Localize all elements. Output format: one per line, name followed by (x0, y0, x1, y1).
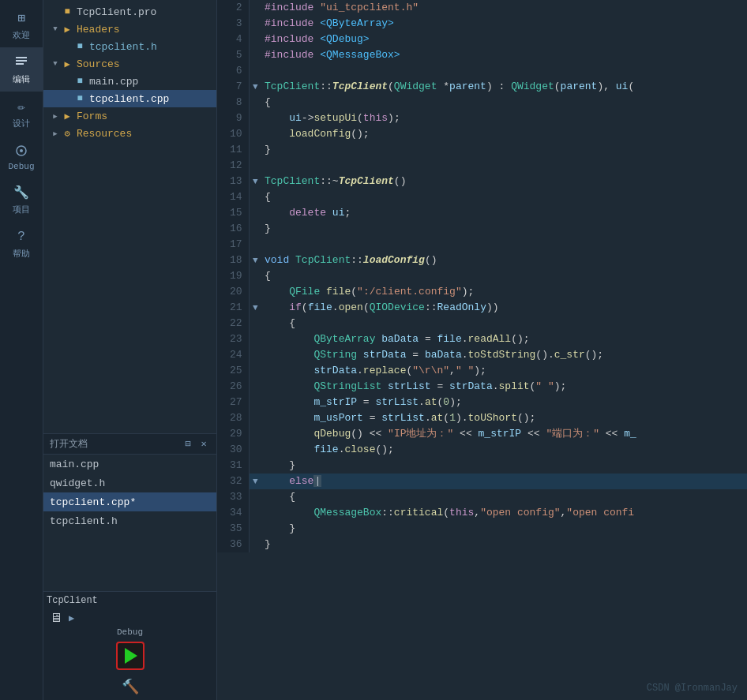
line-22: 22 { (217, 316, 747, 331)
device-name-label: TcpClient (47, 595, 98, 606)
tree-item-tcpclient-h[interactable]: ■ tcpclient.h (43, 38, 216, 55)
line-6: 6 (217, 63, 747, 79)
run-button-container (43, 638, 216, 673)
line-3: 3 #include <QByteArray> (217, 16, 747, 32)
tree-arrow-pro (50, 6, 61, 17)
line-5: 5 #include <QMessageBox> (217, 47, 747, 63)
open-file-main-cpp[interactable]: main.cpp (43, 455, 216, 474)
close-all-button[interactable]: ✕ (197, 438, 210, 451)
line-35: 35 } (217, 521, 747, 537)
line-14: 14 { (217, 189, 747, 205)
code-editor[interactable]: 2 #include "ui_tcpclient.h" 3 #include <… (217, 0, 747, 700)
open-file-tcpclient-cpp[interactable]: tcpclient.cpp* (43, 492, 216, 511)
svg-rect-1 (16, 60, 27, 62)
tree-arrow-headers: ▼ (50, 24, 61, 35)
tree-arrow-forms: ▶ (50, 110, 61, 122)
line-36: 36 } (217, 537, 747, 552)
bottom-status: TcpClient 🖥 ▶ Debug 🔨 (43, 591, 216, 700)
sidebar: ⊞ 欢迎 编辑 ✏ 设计 Debug 🔧 项目 ? 帮助 (0, 0, 43, 700)
file-tree-panel: ■ TcpClient.pro ▼ ▶ Headers ■ tcpclient.… (43, 0, 217, 700)
help-icon: ? (13, 228, 30, 245)
open-file-tcpclient-h[interactable]: tcpclient.h (43, 511, 216, 530)
project-icon: 🔧 (13, 184, 30, 201)
open-files-panel: 打开文档 ⊟ ✕ main.cpp qwidget.h tcpclient.cp… (43, 433, 216, 591)
line-24: 24 QString strData = baData.toStdString(… (217, 347, 747, 363)
svg-rect-0 (16, 57, 27, 58)
tree-item-main-cpp[interactable]: ■ main.cpp (43, 73, 216, 90)
header-file-icon: ■ (73, 40, 86, 53)
build-icon: 🔨 (122, 678, 139, 695)
sidebar-item-project[interactable]: 🔧 项目 (0, 178, 43, 222)
sidebar-item-design[interactable]: ✏ 设计 (0, 92, 43, 136)
sidebar-item-edit[interactable]: 编辑 (0, 47, 43, 92)
line-18: 18 ▼ void TcpClient::loadConfig() (217, 253, 747, 268)
line-16: 16 } (217, 221, 747, 237)
sidebar-item-help[interactable]: ? 帮助 (0, 222, 43, 266)
line-33: 33 { (217, 489, 747, 505)
line-12: 12 (217, 158, 747, 174)
tree-arrow-tcpclient-h (62, 41, 73, 52)
edit-icon (13, 54, 30, 71)
tree-item-sources[interactable]: ▼ ▶ Sources (43, 55, 216, 73)
line-15: 15 delete ui; (217, 205, 747, 221)
tree-arrow-tcpclient-cpp (62, 93, 73, 104)
debug-arrow: ▶ (69, 612, 74, 624)
line-20: 20 QFile file(":/client.config"); (217, 284, 747, 300)
line-9: 9 ui->setupUi(this); (217, 110, 747, 126)
sidebar-item-debug[interactable]: Debug (0, 136, 43, 178)
line-25: 25 strData.replace("\r\n"," "); (217, 363, 747, 379)
sources-folder-icon: ▶ (61, 58, 73, 70)
line-19: 19 { (217, 268, 747, 284)
line-2: 2 #include "ui_tcpclient.h" (217, 0, 747, 16)
line-30: 30 file.close(); (217, 442, 747, 458)
line-28: 28 m_usPort = strList.at(1).toUShort(); (217, 410, 747, 426)
line-23: 23 QByteArray baData = file.readAll(); (217, 331, 747, 347)
code-area: 2 #include "ui_tcpclient.h" 3 #include <… (217, 0, 747, 700)
tree-arrow-sources: ▼ (50, 58, 61, 69)
cpp-selected-file-icon: ■ (73, 92, 86, 105)
line-7: 7 ▼ TcpClient::TcpClient(QWidget *parent… (217, 79, 747, 95)
svg-point-4 (20, 149, 23, 152)
design-icon: ✏ (13, 98, 30, 115)
line-21: 21 ▼ if(file.open(QIODevice::ReadOnly)) (217, 300, 747, 316)
headers-folder-icon: ▶ (61, 23, 73, 36)
tree-item-resources[interactable]: ▶ ⚙ Resources (43, 125, 216, 142)
line-17: 17 (217, 237, 747, 253)
sidebar-item-welcome[interactable]: ⊞ 欢迎 (0, 3, 43, 47)
line-8: 8 { (217, 95, 747, 110)
resources-folder-icon: ⚙ (61, 127, 73, 140)
tree-item-forms[interactable]: ▶ ▶ Forms (43, 107, 216, 125)
open-file-qwidget-h[interactable]: qwidget.h (43, 474, 216, 492)
line-26: 26 QStringList strList = strData.split("… (217, 379, 747, 395)
tree-item-headers[interactable]: ▼ ▶ Headers (43, 21, 216, 38)
forms-folder-icon: ▶ (61, 110, 73, 122)
line-32: 32 ▼ else| (217, 474, 747, 489)
split-view-button[interactable]: ⊟ (182, 438, 194, 451)
line-10: 10 loadConfig(); (217, 126, 747, 142)
open-files-header: 打开文档 ⊟ ✕ (43, 434, 216, 455)
tree-arrow-main-cpp (62, 76, 73, 87)
welcome-icon: ⊞ (13, 9, 30, 27)
debug-label: Debug (43, 627, 216, 638)
open-files-header-actions: ⊟ ✕ (182, 438, 210, 451)
cpp-file-icon: ■ (73, 75, 86, 88)
tree-item-pro[interactable]: ■ TcpClient.pro (43, 3, 216, 21)
line-29: 29 qDebug() << "IP地址为：" << m_strIP << "端… (217, 426, 747, 442)
tree-arrow-resources: ▶ (50, 128, 61, 139)
code-table: 2 #include "ui_tcpclient.h" 3 #include <… (217, 0, 747, 552)
line-34: 34 QMessageBox::critical(this,"open conf… (217, 505, 747, 521)
line-4: 4 #include <QDebug> (217, 32, 747, 47)
run-play-icon (125, 648, 137, 664)
svg-rect-2 (16, 63, 24, 65)
tree-item-tcpclient-cpp[interactable]: ■ tcpclient.cpp (43, 90, 216, 107)
run-button[interactable] (116, 642, 145, 670)
status-device: TcpClient (43, 592, 216, 609)
debug-icon (13, 142, 30, 159)
line-31: 31 } (217, 458, 747, 474)
line-13: 13 ▼ TcpClient::~TcpClient() (217, 174, 747, 189)
bottom-build-item[interactable]: 🔨 (43, 673, 216, 700)
line-27: 27 m_strIP = strList.at(0); (217, 395, 747, 410)
watermark: CSDN @IronmanJay (647, 683, 738, 694)
pro-file-icon: ■ (61, 6, 73, 18)
line-11: 11 } (217, 142, 747, 158)
